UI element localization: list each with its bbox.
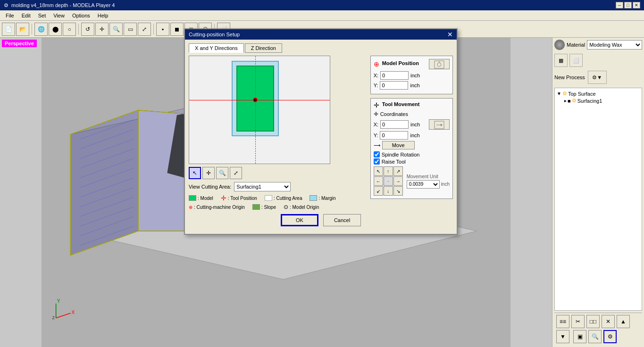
canvas-tool-select[interactable]: ↖	[189, 167, 201, 179]
tb-select[interactable]: ▭	[124, 23, 137, 36]
svg-text:X: X	[71, 310, 75, 315]
tool-y-label: Y:	[374, 132, 378, 138]
maximize-button[interactable]: □	[624, 2, 632, 8]
canvas-area	[189, 56, 330, 164]
tb-sphere[interactable]: ⬤	[49, 23, 62, 36]
jog-nw[interactable]: ↖	[374, 166, 383, 176]
model-pos-icon: ⊕	[374, 60, 379, 68]
legend-cm-origin-label: : Cutting-machine Origin	[194, 205, 245, 210]
jog-ne[interactable]: ↗	[393, 166, 403, 176]
jog-e[interactable]: →	[393, 176, 403, 186]
panel-btn-9[interactable]: ⚙	[603, 330, 617, 343]
svg-text:Z: Z	[52, 315, 55, 320]
spindle-rotation-checkbox[interactable]	[374, 151, 380, 157]
cancel-button[interactable]: Cancel	[323, 214, 361, 226]
legend-slope-color	[252, 204, 260, 210]
jog-w[interactable]: ←	[374, 176, 383, 186]
movement-unit-select[interactable]: 0.0039	[407, 180, 440, 189]
model-pos-btn[interactable]	[429, 59, 450, 69]
panel-btn-8[interactable]: 🔍	[588, 330, 602, 343]
tb-globe[interactable]: 🌐	[34, 23, 48, 36]
tb-open[interactable]: 📂	[16, 23, 29, 36]
legend-model-origin: ⊙ : Model Origin	[284, 204, 319, 210]
tab-xy-directions[interactable]: X and Y Directions	[189, 43, 244, 53]
canvas-tool-pan[interactable]: ✛	[202, 167, 215, 179]
menu-set[interactable]: Set	[34, 12, 50, 19]
dialog-close-button[interactable]: ✕	[447, 31, 453, 38]
tb-new[interactable]: 📄	[2, 23, 15, 36]
tb-rotate[interactable]: ↺	[81, 23, 94, 36]
tb-solid[interactable]: ▪	[156, 23, 169, 36]
tool-x-unit: inch	[410, 122, 420, 127]
model-pos-y-input[interactable]	[380, 81, 408, 90]
tb-shaded[interactable]: ◼	[170, 23, 184, 36]
panel-icon-1[interactable]: ▦	[554, 54, 568, 67]
raise-tool-row: Raise Tool	[374, 158, 450, 165]
panel-icons: ▦ ⬜	[554, 54, 642, 67]
panel-btn-7[interactable]: ▣	[573, 330, 586, 343]
tool-x-input[interactable]	[380, 120, 409, 129]
model-pos-x-input[interactable]	[380, 71, 409, 80]
panel-btn-3[interactable]: □□	[586, 315, 600, 328]
menu-help[interactable]: Help	[94, 12, 112, 19]
menu-options[interactable]: Options	[68, 12, 94, 19]
legend-model: : Model	[189, 194, 213, 202]
tb-fit[interactable]: ⤢	[138, 23, 151, 36]
panel-icon-2[interactable]: ⬜	[569, 54, 583, 67]
tool-movement-title: Tool Movement	[382, 101, 420, 107]
jog-n[interactable]: ↑	[384, 166, 393, 176]
model-pos-x-unit: inch	[410, 73, 420, 78]
tree-root-label: Top Surface	[568, 91, 596, 97]
movement-unit-unit: inch	[441, 182, 450, 187]
material-row: Material Modeling Wax	[554, 40, 642, 50]
panel-btn-6[interactable]: ▼	[556, 330, 569, 343]
panel-btn-2[interactable]: ✂	[571, 315, 585, 328]
jog-sw[interactable]: ↙	[374, 186, 383, 196]
canvas-tool-fit[interactable]: ⤢	[230, 167, 242, 179]
model-pos-x-row: X: inch	[374, 71, 450, 80]
tab-bar: X and Y Directions Z Direction	[189, 43, 453, 53]
ok-button[interactable]: OK	[281, 214, 318, 226]
tool-goto-btn[interactable]	[429, 119, 450, 130]
tab-z-direction[interactable]: Z Direction	[245, 43, 282, 53]
jog-s[interactable]: ↓	[384, 186, 393, 196]
tool-movement-section: ✛ Tool Movement ✛ Coordinates X: inch	[370, 98, 453, 199]
tb-pan[interactable]: ✛	[95, 23, 109, 36]
view-cutting-area: View Cutting Area: Surfacing1	[189, 182, 362, 191]
close-button[interactable]: ✕	[633, 2, 640, 8]
panel-btn-1[interactable]: ≡≡	[556, 315, 569, 328]
tb-zoom[interactable]: 🔍	[109, 23, 123, 36]
raise-tool-label: Raise Tool	[382, 159, 406, 165]
model-pos-y-label: Y:	[374, 83, 378, 88]
canvas-tools: ↖ ✛ 🔍 ⤢	[189, 167, 362, 179]
jog-se[interactable]: ↘	[393, 186, 403, 196]
legend-margin-color	[309, 195, 317, 201]
legend-slope-label: : Slope	[261, 205, 276, 210]
perspective-label: Perspective	[2, 40, 37, 47]
cutting-area-select[interactable]: Surfacing1	[234, 182, 291, 191]
model-pos-y-row: Y: inch	[374, 81, 450, 90]
tree-child[interactable]: ▸ ■ ⚙ Surfacing1	[564, 97, 640, 104]
legend-model-origin-label: : Model Origin	[290, 205, 319, 210]
panel-btn-4[interactable]: ✕	[602, 315, 615, 328]
tool-indicator-icon: ⟶	[374, 143, 380, 148]
menu-edit[interactable]: Edit	[18, 12, 34, 19]
menu-view[interactable]: View	[50, 12, 68, 19]
tool-goto-icon	[434, 121, 444, 129]
legend-cutting-area: : Cutting Area	[265, 194, 302, 202]
material-select[interactable]: Modeling Wax	[587, 40, 642, 50]
tree-root[interactable]: ▼ ⚙ Top Surface	[557, 90, 640, 97]
coordinates-icon: ✛	[374, 111, 378, 117]
title-bar: ⚙ molding v4_18mm depth - MODELA Player …	[0, 0, 644, 10]
legend-slope: : Slope	[252, 204, 276, 210]
tree-icon-1: ⚙	[562, 91, 567, 97]
tb-circle[interactable]: ○	[63, 23, 76, 36]
new-process-btn[interactable]: ⚙▼	[588, 71, 607, 84]
canvas-tool-zoom[interactable]: 🔍	[216, 167, 228, 179]
minimize-button[interactable]: ─	[616, 2, 623, 8]
raise-tool-checkbox[interactable]	[374, 158, 380, 165]
menu-file[interactable]: File	[2, 12, 18, 19]
move-button[interactable]: Move	[382, 141, 415, 149]
panel-btn-5[interactable]: ▲	[617, 315, 630, 328]
tool-y-input[interactable]	[380, 131, 408, 140]
